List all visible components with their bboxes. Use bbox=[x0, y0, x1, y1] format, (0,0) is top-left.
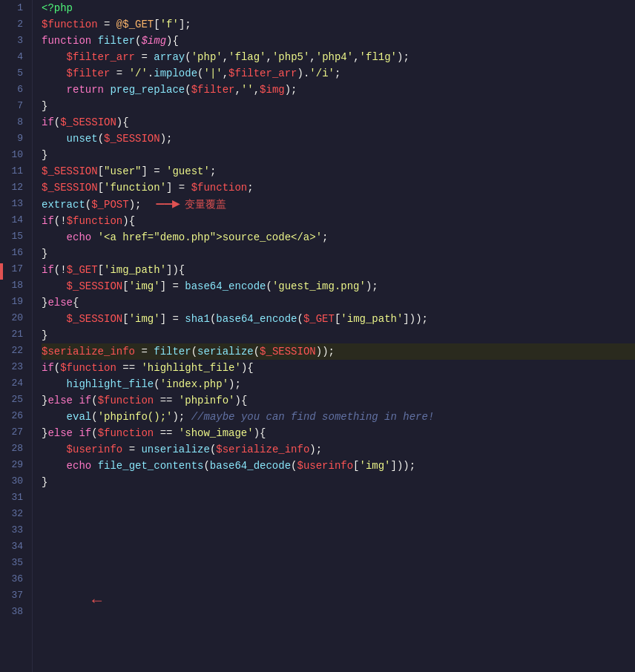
token: $serialize_info bbox=[216, 444, 309, 455]
token: unset bbox=[67, 133, 98, 145]
token: $userinfo bbox=[67, 444, 123, 455]
line-number: 6 bbox=[9, 82, 23, 98]
token: "user" bbox=[104, 165, 141, 177]
code-line: $filter = '/'.implode('|',$filter_arr).'… bbox=[42, 65, 635, 82]
line-number: 14 bbox=[9, 212, 23, 228]
token: unserialize bbox=[141, 444, 209, 455]
line-number: 35 bbox=[9, 555, 23, 571]
line-number: 34 bbox=[9, 538, 23, 555]
token: $_SESSION bbox=[104, 133, 160, 145]
token: if bbox=[42, 215, 54, 227]
token: ){ bbox=[241, 362, 254, 374]
annotation: ——▶变量覆盖 bbox=[156, 196, 226, 212]
token: [ bbox=[122, 280, 128, 292]
token: $function bbox=[60, 362, 116, 374]
token: extract bbox=[42, 199, 85, 211]
token: ){ bbox=[234, 395, 247, 406]
code-line: $userinfo = unserialize($serialize_info)… bbox=[42, 441, 635, 458]
token: ] = bbox=[160, 280, 185, 292]
token: ] = bbox=[160, 313, 185, 325]
token: ])); bbox=[391, 460, 416, 472]
token: = bbox=[122, 444, 141, 455]
token bbox=[42, 231, 67, 243]
token: (! bbox=[54, 215, 67, 227]
code-line: return preg_replace($filter,'',$img); bbox=[42, 82, 635, 98]
line-number: 19 bbox=[9, 294, 23, 310]
line-number: 8 bbox=[9, 114, 23, 131]
line-number: 12 bbox=[9, 179, 23, 196]
token: $_GET bbox=[303, 313, 335, 325]
token: else bbox=[47, 297, 73, 309]
token: 'img' bbox=[129, 280, 160, 292]
code-line: unset($_SESSION); bbox=[42, 131, 635, 147]
token: == bbox=[116, 362, 142, 374]
code-line: $serialize_info = filter(serialize($_SES… bbox=[42, 343, 635, 360]
line-number: 17 bbox=[9, 261, 23, 277]
token: 'img' bbox=[129, 313, 160, 325]
code-line: function filter($img){ bbox=[42, 33, 635, 49]
line-number: 29 bbox=[9, 457, 23, 473]
token: ; bbox=[322, 231, 328, 243]
token bbox=[42, 84, 67, 96]
code-line: } bbox=[42, 147, 635, 163]
token: $_SESSION bbox=[67, 280, 123, 292]
token: , bbox=[309, 51, 315, 63]
token: $filter bbox=[67, 67, 111, 79]
code-line: eval('phpinfo();'); //maybe you can find… bbox=[42, 409, 635, 425]
code-editor: 1234567891011121314151617181920212223242… bbox=[0, 0, 635, 672]
code-line: highlight_file('index.php'); bbox=[42, 376, 635, 392]
token: highlight_file bbox=[67, 378, 154, 390]
token: $function bbox=[42, 19, 98, 30]
token: ); bbox=[160, 133, 173, 145]
token: base64_decode bbox=[210, 460, 291, 472]
token: 'show_image' bbox=[179, 427, 254, 439]
token: { bbox=[73, 297, 79, 309]
code-line: <?php bbox=[42, 0, 635, 16]
token: == bbox=[154, 427, 179, 439]
code-line: echo file_get_contents(base64_decode($us… bbox=[42, 458, 635, 474]
token: ( bbox=[91, 427, 97, 439]
token: 'img_path' bbox=[340, 313, 403, 325]
line-number: 18 bbox=[9, 277, 23, 294]
token: ){ bbox=[122, 215, 135, 227]
token: } bbox=[42, 329, 47, 341]
line-number: 38 bbox=[9, 604, 23, 620]
token: filter bbox=[154, 346, 191, 358]
token: file_get_contents bbox=[98, 460, 204, 472]
token: ); bbox=[285, 84, 297, 96]
code-line: $_SESSION['img'] = sha1(base64_encode($_… bbox=[42, 311, 635, 327]
token: '' bbox=[241, 84, 254, 96]
token: ; bbox=[247, 182, 253, 194]
token bbox=[42, 67, 67, 79]
token: if bbox=[42, 116, 54, 128]
token: 'guest_img.png' bbox=[272, 280, 366, 292]
token: ( bbox=[266, 280, 272, 292]
token: , bbox=[234, 84, 240, 96]
token: ( bbox=[154, 378, 159, 390]
token: @$_GET bbox=[116, 19, 154, 30]
token: , bbox=[266, 51, 272, 63]
code-line: } bbox=[42, 474, 635, 490]
token: ; bbox=[210, 165, 216, 177]
token: '/i' bbox=[309, 67, 335, 79]
line-number: 2 bbox=[9, 16, 23, 33]
token: ] = bbox=[141, 165, 166, 177]
token bbox=[42, 133, 67, 145]
token: ( bbox=[203, 460, 209, 472]
token: base64_encode bbox=[216, 313, 297, 325]
token: 'phpinfo();' bbox=[98, 411, 173, 423]
token: } bbox=[42, 476, 47, 488]
token: $_GET bbox=[67, 264, 98, 276]
token: ( bbox=[185, 84, 191, 96]
token: $function bbox=[98, 395, 154, 406]
token: else if bbox=[47, 395, 91, 406]
line-number: 36 bbox=[9, 571, 23, 587]
line-number: 1 bbox=[9, 0, 23, 16]
line-number: 15 bbox=[9, 228, 23, 245]
code-line: } bbox=[42, 246, 635, 262]
code-area: <?php$function = @$_GET['f'];function fi… bbox=[33, 0, 635, 672]
token bbox=[42, 51, 67, 63]
line-number: 7 bbox=[9, 98, 23, 114]
code-line: extract($_POST);——▶变量覆盖 bbox=[42, 196, 635, 213]
token: function bbox=[42, 35, 91, 47]
